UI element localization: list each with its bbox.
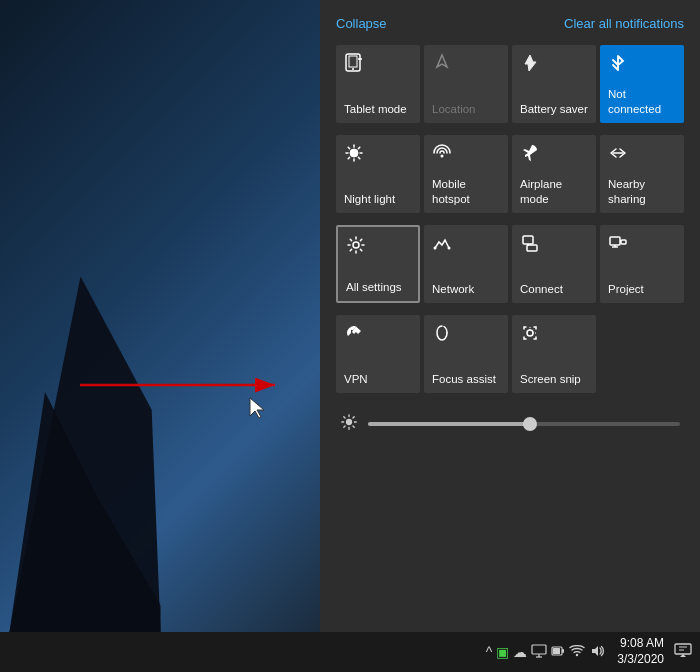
battery-saver-icon [520, 53, 540, 76]
svg-line-11 [348, 147, 349, 148]
svg-rect-5 [358, 58, 362, 60]
svg-rect-42 [532, 645, 546, 654]
taskbar-time: 9:08 AM [617, 636, 664, 652]
brightness-fill [368, 422, 530, 426]
tile-tablet-mode[interactable]: Tablet mode [336, 45, 420, 123]
svg-point-28 [527, 330, 533, 336]
tile-focus-assist-label: Focus assist [432, 372, 496, 387]
connect-icon [520, 233, 540, 256]
tile-not-connected-label: Not connected [608, 87, 676, 117]
svg-point-17 [353, 242, 359, 248]
collapse-button[interactable]: Collapse [336, 16, 387, 31]
brightness-icon [340, 413, 358, 435]
tile-mobile-hotspot[interactable]: Mobile hotspot [424, 135, 508, 213]
quick-actions-row-4: VPN Focus assist Screen snip [336, 315, 684, 393]
svg-rect-46 [553, 648, 560, 654]
svg-line-39 [344, 426, 345, 427]
svg-point-4 [352, 68, 354, 70]
tile-nearby-sharing-label: Nearby sharing [608, 177, 676, 207]
svg-point-19 [448, 247, 451, 250]
taskbar-battery-icon[interactable] [551, 644, 565, 660]
project-icon [608, 233, 628, 256]
taskbar-date: 3/3/2020 [617, 652, 664, 668]
tile-airplane-mode-label: Airplane mode [520, 177, 588, 207]
svg-line-36 [344, 417, 345, 418]
svg-rect-24 [621, 240, 626, 244]
bluetooth-icon [608, 53, 628, 76]
brightness-row [336, 405, 684, 443]
tile-network[interactable]: Network [424, 225, 508, 303]
svg-line-37 [353, 426, 354, 427]
vpn-icon [344, 323, 364, 346]
svg-point-31 [346, 419, 352, 425]
action-center-header: Collapse Clear all notifications [336, 16, 684, 31]
tile-focus-assist[interactable]: Focus assist [424, 315, 508, 393]
taskbar-volume-icon[interactable] [589, 644, 605, 661]
taskbar-cloud-icon[interactable]: ☁ [513, 644, 527, 660]
tile-not-connected[interactable]: Not connected [600, 45, 684, 123]
svg-line-14 [348, 157, 349, 158]
tile-connect[interactable]: Connect [512, 225, 596, 303]
tile-vpn-label: VPN [344, 372, 368, 387]
location-icon [432, 53, 452, 76]
settings-icon [346, 235, 366, 258]
tile-location[interactable]: Location [424, 45, 508, 123]
brightness-slider[interactable] [368, 422, 680, 426]
svg-rect-48 [675, 644, 691, 654]
svg-rect-20 [523, 236, 533, 244]
tile-all-settings[interactable]: All settings [336, 225, 420, 303]
taskbar-notification-icon[interactable] [674, 642, 692, 662]
brightness-thumb [523, 417, 537, 431]
svg-point-15 [441, 155, 444, 158]
tile-location-label: Location [432, 102, 475, 117]
quick-actions-row-2: Night light Mobile hotspot Airplane mode [336, 135, 684, 213]
tile-screen-snip-label: Screen snip [520, 372, 581, 387]
tile-tablet-mode-label: Tablet mode [344, 102, 407, 117]
taskbar-display-icon[interactable] [531, 644, 547, 661]
tile-all-settings-label: All settings [346, 280, 402, 295]
quick-actions-row-1: Tablet mode Location Battery saver [336, 45, 684, 123]
svg-line-38 [353, 417, 354, 418]
taskbar-system-icons: ^ ▣ ☁ [486, 644, 606, 661]
tile-battery-saver[interactable]: Battery saver [512, 45, 596, 123]
taskbar: ^ ▣ ☁ [0, 632, 700, 672]
svg-point-18 [434, 247, 437, 250]
airplane-mode-icon [520, 143, 540, 166]
tile-night-light-label: Night light [344, 192, 395, 207]
tile-mobile-hotspot-label: Mobile hotspot [432, 177, 500, 207]
tablet-mode-icon [344, 53, 364, 76]
svg-line-12 [358, 157, 359, 158]
tile-night-light[interactable]: Night light [336, 135, 420, 213]
tile-project[interactable]: Project [600, 225, 684, 303]
tile-project-label: Project [608, 282, 644, 297]
focus-assist-icon [432, 323, 452, 346]
svg-rect-3 [349, 56, 357, 67]
tile-screen-snip[interactable]: Screen snip [512, 315, 596, 393]
empty-slot [600, 315, 684, 393]
taskbar-right: ^ ▣ ☁ [486, 636, 692, 667]
tile-network-label: Network [432, 282, 474, 297]
screen-snip-icon [520, 323, 540, 346]
tile-airplane-mode[interactable]: Airplane mode [512, 135, 596, 213]
svg-rect-23 [610, 237, 620, 245]
taskbar-task-icon[interactable]: ▣ [496, 644, 509, 660]
mountain-silhouette [0, 232, 170, 632]
action-center-panel: Collapse Clear all notifications Tablet … [320, 0, 700, 632]
tile-battery-saver-label: Battery saver [520, 102, 588, 117]
taskbar-clock[interactable]: 9:08 AM 3/3/2020 [617, 636, 664, 667]
clear-all-button[interactable]: Clear all notifications [564, 16, 684, 31]
nearby-sharing-icon [608, 143, 628, 166]
svg-point-6 [350, 149, 358, 157]
quick-actions-row-3: All settings Network Connect [336, 225, 684, 303]
taskbar-wifi-icon[interactable] [569, 644, 585, 660]
network-icon [432, 233, 452, 256]
tile-nearby-sharing[interactable]: Nearby sharing [600, 135, 684, 213]
tile-connect-label: Connect [520, 282, 563, 297]
mobile-hotspot-icon [432, 143, 452, 166]
svg-line-13 [358, 147, 359, 148]
night-light-icon [344, 143, 364, 166]
svg-rect-47 [562, 649, 564, 653]
tile-vpn[interactable]: VPN [336, 315, 420, 393]
taskbar-chevron-icon[interactable]: ^ [486, 644, 493, 660]
